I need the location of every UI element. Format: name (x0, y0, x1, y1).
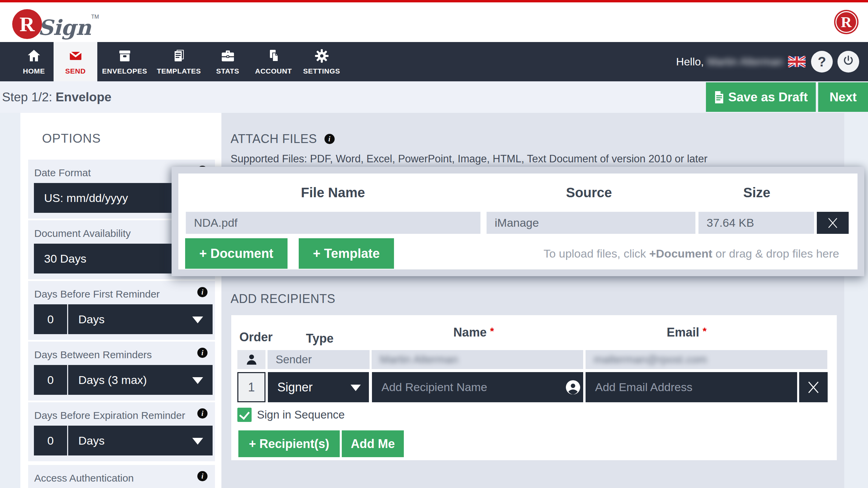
sender-row-type-cell: Sender (268, 350, 370, 369)
help-button[interactable]: ? (811, 51, 833, 73)
sender-email-blurred: malterman@rpost.com (594, 353, 707, 366)
recipients-panel: Order Type Name * Email * Sender Martin … (231, 315, 837, 460)
chevron-down-icon (192, 377, 203, 384)
remove-file-button[interactable] (817, 212, 849, 234)
trademark-label: TM (91, 14, 99, 20)
add-document-button[interactable]: + Document (185, 238, 288, 269)
between-unit-select[interactable]: Days (3 max) (68, 365, 213, 395)
option-label: Access Authentication (34, 472, 134, 484)
sender-row-icon-cell (237, 350, 265, 369)
remove-recipient-button[interactable] (799, 372, 828, 402)
logout-button[interactable] (837, 51, 859, 73)
stats-briefcase-icon (220, 48, 236, 64)
nav-items: HOME SEND ENVELOPES (14, 42, 346, 81)
workspace: OPTIONS Date Format i US: mm/dd/yyyy Doc… (0, 113, 868, 488)
required-asterisk: * (490, 325, 494, 337)
signer-type-dropdown[interactable]: Signer (268, 372, 369, 402)
nav-label: TEMPLATES (157, 67, 201, 75)
language-flag-icon[interactable] (788, 56, 806, 67)
close-icon (826, 216, 840, 230)
settings-gear-icon (314, 48, 330, 64)
file-size-value: 37.64 KB (707, 216, 754, 229)
save-as-draft-button[interactable]: Save as Draft (706, 82, 816, 112)
greeting-label: Hello, (676, 56, 704, 68)
info-icon[interactable]: i (197, 408, 208, 419)
templates-docs-icon (171, 48, 187, 64)
nav-label: STATS (216, 67, 239, 75)
recipient-email-input[interactable] (586, 372, 797, 402)
column-header-type: Type (306, 331, 333, 346)
nav-label: SETTINGS (303, 67, 340, 75)
reminder-count-input[interactable]: 0 (34, 304, 67, 334)
add-recipients-title: ADD RECIPIENTS (231, 292, 335, 306)
attach-files-overlay: File Name Source Size NDA.pdf iManage 37… (172, 167, 864, 276)
file-name-value: NDA.pdf (194, 216, 238, 229)
recipient-name-input[interactable] (372, 372, 583, 402)
unit-value: Days (78, 313, 104, 326)
chevron-down-icon (192, 438, 203, 445)
add-recipients-button[interactable]: + Recipient(s) (238, 430, 340, 457)
main-nav: HOME SEND ENVELOPES (0, 42, 868, 81)
nav-item-send[interactable]: SEND (54, 42, 97, 81)
nav-item-settings[interactable]: SETTINGS (297, 42, 346, 81)
count-value: 0 (47, 313, 54, 326)
nav-label: ACCOUNT (255, 67, 292, 75)
nav-item-envelopes[interactable]: ENVELOPES (97, 42, 152, 81)
info-icon[interactable]: i (197, 471, 208, 481)
expiration-count-input[interactable]: 0 (34, 426, 67, 455)
power-icon (842, 55, 855, 68)
add-recipients-label: ADD RECIPIENTS (231, 292, 335, 306)
between-count-input[interactable]: 0 (34, 365, 67, 395)
nav-item-home[interactable]: HOME (14, 42, 54, 81)
file-table-header-name: File Name (301, 185, 365, 200)
add-template-button[interactable]: + Template (299, 238, 394, 269)
option-label: Document Availability (34, 228, 131, 239)
rsign-logo[interactable]: R Sign TM (12, 9, 99, 40)
add-me-button[interactable]: Add Me (342, 430, 404, 457)
supported-files-text: Supported Files: PDF, Word, Excel, Power… (231, 153, 708, 165)
expiration-unit-select[interactable]: Days (68, 426, 213, 455)
attach-files-table: File Name Source Size NDA.pdf iManage 37… (178, 174, 857, 269)
option-group-days-before-expiration: Days Before Expiration Reminder i 0 Days (28, 402, 215, 461)
step-bar: Step 1/2: Envelope Save as Draft Next (0, 81, 868, 113)
info-icon[interactable]: i (197, 287, 208, 297)
person-icon (245, 353, 258, 366)
file-table-header-source: Source (566, 185, 612, 200)
reminder-unit-select[interactable]: Days (68, 304, 213, 334)
attach-files-label: ATTACH FILES (231, 132, 317, 146)
account-docs-icon (266, 48, 281, 64)
sender-type-label: Sender (276, 353, 312, 366)
sign-in-sequence-checkbox[interactable] (237, 408, 252, 422)
envelopes-archive-icon (117, 48, 133, 64)
nav-item-account[interactable]: ACCOUNT (250, 42, 297, 81)
sign-in-sequence-label: Sign in Sequence (257, 408, 345, 422)
next-label: Next (829, 90, 856, 104)
options-title: OPTIONS (42, 131, 101, 146)
file-name-cell: NDA.pdf (186, 212, 480, 234)
unit-value: Days (3 max) (78, 373, 147, 387)
nav-label: SEND (65, 67, 85, 75)
next-button[interactable]: Next (818, 82, 868, 112)
column-header-order: Order (239, 330, 273, 344)
info-icon[interactable]: i (197, 348, 208, 358)
unit-value: Days (78, 434, 104, 447)
date-format-value: US: mm/dd/yyyy (44, 191, 128, 205)
file-source-cell: iManage (487, 212, 695, 234)
required-asterisk: * (703, 325, 707, 337)
top-accent-bar (0, 0, 868, 2)
nav-item-templates[interactable]: TEMPLATES (152, 42, 206, 81)
rpost-seal-icon: R (834, 10, 859, 34)
info-icon[interactable]: i (324, 134, 335, 144)
document-availability-value: 30 Days (44, 252, 86, 265)
option-group-days-before-first-reminder: Days Before First Reminder i 0 Days (28, 281, 215, 340)
signer-order-value: 1 (248, 380, 255, 394)
step-actions: Save as Draft Next (706, 82, 868, 112)
signer-type-value: Signer (277, 380, 313, 394)
nav-item-stats[interactable]: STATS (206, 42, 250, 81)
file-source-value: iManage (495, 216, 539, 229)
nav-label: HOME (23, 67, 45, 75)
signer-order-box: 1 (237, 372, 265, 402)
rsign-logo-sign-text: Sign (38, 15, 91, 40)
step-prefix: Step 1/2: (2, 90, 52, 104)
nav-right-cluster: Hello, Martin Alterman ? (676, 42, 868, 81)
